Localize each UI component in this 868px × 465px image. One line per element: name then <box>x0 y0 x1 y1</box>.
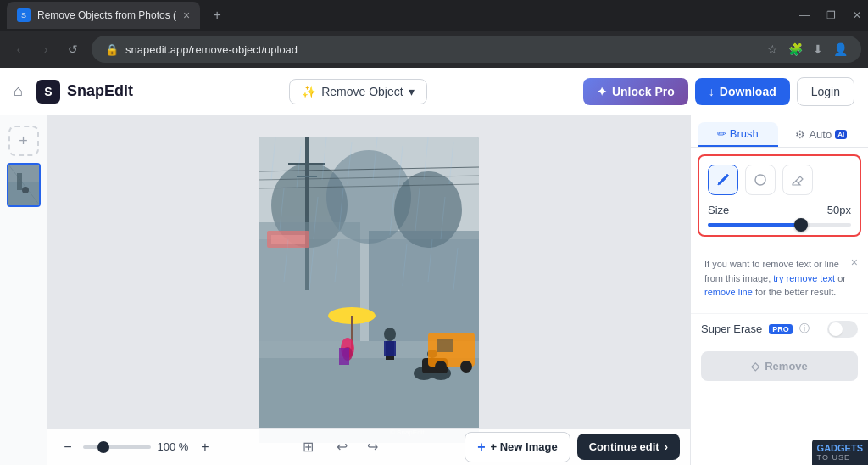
auto-tab[interactable]: ⚙ Auto AI <box>782 122 862 147</box>
grid-view-button[interactable]: ⊞ <box>294 434 321 461</box>
magic-icon: ✨ <box>302 85 316 98</box>
tip-text3: for the better result. <box>755 287 836 297</box>
new-image-label: + New Image <box>491 440 558 453</box>
tab-favicon: S <box>17 8 31 22</box>
continue-edit-button[interactable]: Continue edit › <box>577 434 680 460</box>
svg-rect-17 <box>369 231 479 341</box>
redo-button[interactable]: ↪ <box>359 434 386 461</box>
login-button[interactable]: Login <box>797 77 854 106</box>
nav-buttons: ‹ › ↺ <box>7 37 85 61</box>
svg-rect-35 <box>437 339 453 352</box>
svg-point-36 <box>435 361 447 373</box>
remove-button[interactable]: ◇ Remove <box>701 351 858 381</box>
size-slider-fill <box>708 223 801 227</box>
add-image-button[interactable]: + <box>8 126 39 156</box>
arrow-right-icon: › <box>665 440 668 453</box>
eraser-icon: ◇ <box>751 360 760 373</box>
star-icon[interactable]: ☆ <box>767 42 778 56</box>
plus-icon: + <box>477 440 485 455</box>
tip-close-button[interactable]: × <box>851 254 858 272</box>
tab-title: Remove Objects from Photos ( <box>37 9 176 21</box>
brush-tool-icons <box>708 165 851 195</box>
size-slider-thumb[interactable] <box>794 218 808 232</box>
tip-box: × If you want to remove text or line fro… <box>698 250 861 306</box>
watermark-bot: TO USE <box>817 453 863 462</box>
remove-object-dropdown[interactable]: ✨ Remove Object ▾ <box>289 79 426 104</box>
brush-tools-box: Size 50px <box>698 154 861 237</box>
remove-text-link[interactable]: try remove text <box>773 273 835 283</box>
left-sidebar: + <box>0 115 47 465</box>
svg-point-27 <box>384 328 396 341</box>
panel-tabs: ✏ Brush ⚙ Auto AI <box>691 115 868 148</box>
sparkle-icon: ✦ <box>597 85 607 98</box>
close-window-button[interactable]: ✕ <box>853 9 861 21</box>
main-content: + <box>0 115 868 465</box>
ai-badge: AI <box>835 130 847 139</box>
brush-tool-button[interactable] <box>708 165 738 195</box>
remove-line-link[interactable]: remove line <box>704 287 753 297</box>
download-icon[interactable]: ⬇ <box>813 42 823 56</box>
browser-chrome: S Remove Objects from Photos ( × + — ❐ ✕ <box>0 0 868 31</box>
eraser-tool-button[interactable] <box>782 165 813 195</box>
remove-btn-container: ◇ Remove <box>691 345 868 388</box>
gadgets-watermark: GADGETS TO USE <box>812 440 868 465</box>
tab-close-btn[interactable]: × <box>183 8 190 22</box>
size-slider[interactable] <box>708 223 851 227</box>
canvas-area[interactable]: © SnapEdit − 100 % + ⊞ ↩ ↪ <box>47 115 690 465</box>
zoom-controls: − 100 % + <box>58 437 215 457</box>
new-tab-button[interactable]: + <box>207 5 227 25</box>
svg-rect-1 <box>8 165 41 182</box>
svg-rect-14 <box>288 163 326 165</box>
watermark-top: GADGETS <box>817 443 863 453</box>
zoom-out-button[interactable]: − <box>58 437 78 457</box>
brush-tab-icon: ✏ <box>717 127 726 140</box>
logo-icon: S <box>36 80 60 104</box>
image-thumbnail[interactable] <box>7 163 41 207</box>
remove-object-label: Remove Object <box>321 85 403 98</box>
minimize-button[interactable]: — <box>799 9 810 21</box>
profile-icon[interactable]: 👤 <box>833 42 848 56</box>
header-actions: ✦ Unlock Pro ↓ Download Login <box>583 77 854 106</box>
super-erase-toggle[interactable] <box>827 321 858 338</box>
auto-tab-icon: ⚙ <box>795 128 805 141</box>
remove-label: Remove <box>765 360 808 373</box>
unlock-pro-button[interactable]: ✦ Unlock Pro <box>583 78 688 105</box>
size-value: 50px <box>827 204 851 216</box>
brush-tab[interactable]: ✏ Brush <box>698 122 778 147</box>
svg-rect-3 <box>17 173 22 190</box>
forward-button[interactable]: › <box>34 37 58 61</box>
home-button[interactable]: ⌂ <box>14 82 23 100</box>
header-center: ✨ Remove Object ▾ <box>147 79 570 104</box>
thumbnail-image <box>8 165 39 205</box>
maximize-button[interactable]: ❐ <box>826 9 836 21</box>
svg-rect-29 <box>384 341 396 356</box>
download-label: Download <box>720 85 776 98</box>
zoom-in-button[interactable]: + <box>195 437 215 457</box>
new-image-button[interactable]: + + New Image <box>465 432 570 462</box>
auto-tab-label: Auto <box>809 128 832 141</box>
undo-button[interactable]: ↩ <box>328 434 355 461</box>
svg-rect-15 <box>297 176 317 177</box>
extensions-icon[interactable]: 🧩 <box>788 42 803 56</box>
browser-tab[interactable]: S Remove Objects from Photos ( × <box>7 2 200 29</box>
zoom-slider-thumb[interactable] <box>97 441 109 453</box>
lasso-tool-button[interactable] <box>745 165 776 195</box>
address-bar-row: ‹ › ↺ 🔒 snapedit.app/remove-object/uploa… <box>0 31 868 68</box>
logo-area: S SnapEdit <box>36 80 133 104</box>
download-button[interactable]: ↓ Download <box>695 78 790 105</box>
bottom-toolbar: − 100 % + ⊞ ↩ ↪ + + New Image <box>47 428 690 465</box>
refresh-button[interactable]: ↺ <box>61 37 85 61</box>
svg-rect-26 <box>339 348 349 365</box>
brush-tab-label: Brush <box>730 127 759 140</box>
unlock-pro-label: Unlock Pro <box>612 85 675 98</box>
info-icon[interactable]: ⓘ <box>799 322 810 336</box>
app-container: ⌂ S SnapEdit ✨ Remove Object ▾ ✦ Unlock … <box>0 68 868 465</box>
address-icons: ☆ 🧩 ⬇ 👤 <box>767 42 848 56</box>
app-header: ⌂ S SnapEdit ✨ Remove Object ▾ ✦ Unlock … <box>0 68 868 115</box>
size-row: Size 50px <box>708 204 851 216</box>
zoom-slider[interactable] <box>83 445 151 449</box>
address-bar[interactable]: 🔒 snapedit.app/remove-object/upload ☆ 🧩 … <box>92 36 861 63</box>
back-button[interactable]: ‹ <box>7 37 31 61</box>
chevron-down-icon: ▾ <box>409 85 415 98</box>
logo-text: SnapEdit <box>67 82 133 100</box>
